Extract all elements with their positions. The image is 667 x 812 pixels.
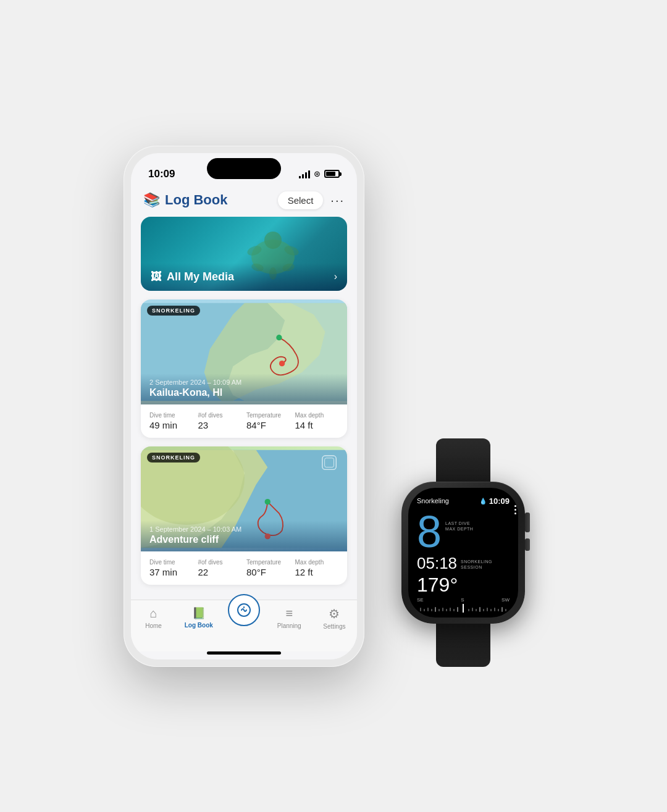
stat-value: 80°F xyxy=(246,567,290,577)
svg-rect-25 xyxy=(442,608,443,611)
apple-watch: Snorkeling 💧 10:09 8 LAST DIVE xyxy=(383,438,543,630)
log-map-2: SNORKELING 1 September 2024 – 10:03 AM A… xyxy=(141,446,347,551)
svg-point-9 xyxy=(279,360,285,366)
logbook-tab-icon: 📗 xyxy=(192,606,206,620)
log-stats-2: Dive time 37 min #of dives 22 Temperatur… xyxy=(141,551,347,585)
log-stats-1: Dive time 49 min #of dives 23 Temperatur… xyxy=(141,404,347,438)
log-entry-2[interactable]: SNORKELING 1 September 2024 – 10:03 AM A… xyxy=(141,446,347,585)
watch-header: Snorkeling 💧 10:09 xyxy=(417,496,510,506)
svg-rect-21 xyxy=(427,608,429,611)
map-overlay-1: 2 September 2024 – 10:09 AM Kailua-Kona,… xyxy=(141,374,347,404)
center-tab-circle xyxy=(228,594,260,626)
tab-home[interactable]: ⌂ Home xyxy=(131,605,176,629)
watch-menu-dots xyxy=(514,505,516,514)
header-title-group: 📚 Log Book xyxy=(143,192,227,208)
header-actions: Select ··· xyxy=(278,191,345,209)
logbook-icon: 📚 xyxy=(143,192,160,208)
media-chevron-icon: › xyxy=(334,271,337,282)
tab-planning[interactable]: ≡ Planning xyxy=(267,605,312,629)
tab-planning-label: Planning xyxy=(277,622,301,629)
svg-rect-19 xyxy=(420,608,421,611)
media-banner[interactable]: 🖼 All My Media › xyxy=(141,217,347,291)
watch-depth-row: 8 LAST DIVE MAX DEPTH xyxy=(417,509,510,554)
svg-rect-36 xyxy=(490,609,492,611)
stat-label: Dive time xyxy=(149,559,193,566)
stat-value: 84°F xyxy=(246,420,290,430)
watch-compass: 179° SE S SW xyxy=(417,575,510,615)
scene: 10:09 ⊛ xyxy=(124,146,543,667)
home-indicator xyxy=(207,651,281,655)
watch-session-label-1: SNORKELING xyxy=(461,559,492,565)
compass-direction-labels: SE S SW xyxy=(417,597,510,603)
svg-rect-20 xyxy=(424,609,425,611)
watch-session-label-2: SESSION xyxy=(461,564,492,571)
watch-last-dive-label-2: MAX DEPTH xyxy=(445,526,473,532)
compass-label-se: SE xyxy=(417,597,424,603)
watch-body: Snorkeling 💧 10:09 8 LAST DIVE xyxy=(401,482,525,624)
app-content: 📚 Log Book Select ··· xyxy=(131,186,357,659)
svg-rect-29 xyxy=(457,607,458,612)
watch-compass-heading: 179° xyxy=(417,575,510,595)
stat-dive-time-2: Dive time 37 min xyxy=(149,559,193,577)
log-location-2: Adventure cliff xyxy=(149,534,338,545)
stat-value: 12 ft xyxy=(295,567,339,577)
tab-logbook[interactable]: 📗 Log Book xyxy=(176,605,221,629)
stat-label: #of dives xyxy=(198,412,242,419)
svg-rect-23 xyxy=(435,607,436,612)
media-banner-content: 🖼 All My Media › xyxy=(141,263,347,291)
log-entry-1[interactable]: SNORKELING 2 September 2024 – 10:09 AM K… xyxy=(141,299,347,438)
svg-rect-31 xyxy=(472,608,473,611)
page-title: Log Book xyxy=(165,192,227,208)
watch-drop-icon: 💧 xyxy=(479,498,487,504)
stat-value: 22 xyxy=(198,567,242,577)
status-icons: ⊛ xyxy=(299,169,340,178)
snorkeling-badge-1: SNORKELING xyxy=(147,306,200,316)
status-time: 10:09 xyxy=(148,168,175,180)
media-text: All My Media xyxy=(167,270,234,283)
stat-value: 14 ft xyxy=(295,420,339,430)
watch-band-bottom xyxy=(436,617,490,667)
stat-value: 23 xyxy=(198,420,242,430)
stat-depth-1: Max depth 14 ft xyxy=(295,412,339,430)
scroll-content: 🖼 All My Media › xyxy=(131,217,357,600)
tab-center-action[interactable] xyxy=(221,593,266,626)
dive-icon xyxy=(237,603,251,617)
svg-rect-35 xyxy=(487,608,488,611)
svg-rect-27 xyxy=(450,608,451,611)
stat-label: Max depth xyxy=(295,559,339,566)
signal-icon xyxy=(299,170,310,178)
tab-home-label: Home xyxy=(145,622,162,629)
watch-time-row: 💧 10:09 xyxy=(479,496,510,506)
stat-dive-time-1: Dive time 49 min xyxy=(149,412,193,430)
media-icon: 🖼 xyxy=(151,270,162,283)
compass-label-sw: SW xyxy=(501,597,510,603)
tab-settings[interactable]: ⚙ Settings xyxy=(312,605,357,630)
stat-temp-1: Temperature 84°F xyxy=(246,412,290,430)
svg-point-1 xyxy=(264,232,282,249)
log-date-2: 1 September 2024 – 10:03 AM xyxy=(149,525,338,533)
watch-band-top xyxy=(436,438,490,488)
more-button[interactable]: ··· xyxy=(330,193,345,207)
compass-ticks-svg xyxy=(417,604,510,613)
iphone-device: 10:09 ⊛ xyxy=(124,146,364,667)
svg-rect-32 xyxy=(476,609,477,611)
svg-rect-38 xyxy=(498,609,499,611)
watch-time: 10:09 xyxy=(489,496,510,506)
battery-icon xyxy=(324,170,340,178)
home-icon: ⌂ xyxy=(150,606,157,621)
iphone-screen: 10:09 ⊛ xyxy=(131,153,357,659)
svg-rect-24 xyxy=(438,609,440,611)
watch-screen: Snorkeling 💧 10:09 8 LAST DIVE xyxy=(408,488,518,617)
select-button[interactable]: Select xyxy=(278,191,324,209)
watch-activity-label: Snorkeling xyxy=(417,497,449,504)
wifi-icon: ⊛ xyxy=(314,169,321,178)
stat-label: Temperature xyxy=(246,559,290,566)
log-location-1: Kailua-Kona, HI xyxy=(149,387,338,398)
tab-logbook-label: Log Book xyxy=(185,622,213,629)
map-overlay-2: 1 September 2024 – 10:03 AM Adventure cl… xyxy=(141,521,347,551)
watch-session-row: 05:18 SNORKELING SESSION xyxy=(417,555,510,571)
svg-rect-28 xyxy=(453,609,455,611)
svg-point-8 xyxy=(276,335,282,340)
svg-rect-22 xyxy=(431,609,432,611)
stat-dives-1: #of dives 23 xyxy=(198,412,242,430)
